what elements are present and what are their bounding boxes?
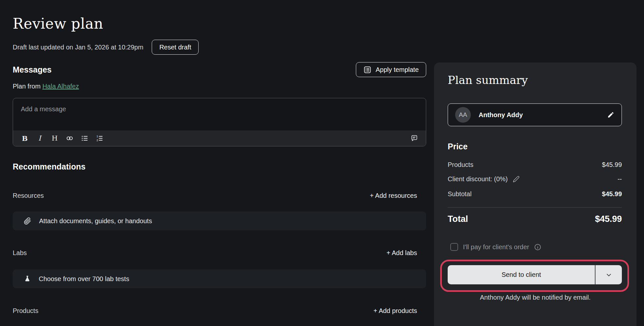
send-to-client-button[interactable]: Send to client bbox=[448, 265, 595, 284]
draft-status-row: Draft last updated on Jan 5, 2026 at 10:… bbox=[13, 40, 199, 55]
price-row-discount: Client discount: (0%) -- bbox=[448, 175, 622, 183]
plan-from-line: Plan from Hala Alhafez bbox=[13, 83, 79, 90]
italic-button[interactable]: I bbox=[33, 132, 46, 145]
svg-text:1: 1 bbox=[96, 135, 98, 138]
chevron-down-icon bbox=[605, 271, 612, 278]
pay-for-order-row: I'll pay for client's order bbox=[450, 243, 541, 251]
price-row-products: Products $45.99 bbox=[448, 161, 622, 169]
editor-toolbar: B I H bbox=[13, 130, 426, 146]
italic-icon: I bbox=[38, 134, 41, 142]
link-icon bbox=[66, 134, 74, 142]
plan-summary-heading: Plan summary bbox=[448, 74, 528, 87]
recommendations-heading: Recommendations bbox=[13, 162, 86, 171]
divider bbox=[448, 207, 622, 208]
pencil-outline-icon bbox=[513, 176, 520, 183]
heading-icon: H bbox=[52, 134, 58, 142]
subtotal-value: $45.99 bbox=[602, 190, 622, 198]
comment-button[interactable] bbox=[408, 132, 421, 145]
bullet-list-icon bbox=[81, 134, 89, 142]
draft-status-text: Draft last updated on Jan 5, 2026 at 10:… bbox=[13, 44, 143, 51]
price-row-value: $45.99 bbox=[602, 161, 622, 169]
send-options-button[interactable] bbox=[595, 265, 622, 284]
send-split-button: Send to client bbox=[448, 265, 622, 284]
discount-label: Client discount: (0%) bbox=[448, 175, 508, 183]
messages-header-row: Messages Apply template bbox=[13, 62, 426, 77]
message-input[interactable] bbox=[13, 98, 426, 130]
comment-bubble-icon bbox=[410, 134, 418, 143]
apply-template-label: Apply template bbox=[376, 66, 419, 74]
numbered-list-button[interactable]: 1 2 bbox=[93, 132, 106, 145]
info-circle-icon[interactable] bbox=[534, 243, 541, 251]
total-row: Total $45.99 bbox=[448, 214, 622, 224]
page-title: Review plan bbox=[13, 15, 103, 32]
discount-value: -- bbox=[618, 175, 622, 183]
pay-checkbox-label: I'll pay for client's order bbox=[463, 243, 529, 251]
labs-header-row: Labs + Add labs bbox=[13, 249, 426, 257]
resources-header-row: Resources + Add resources bbox=[13, 191, 426, 200]
total-label: Total bbox=[448, 214, 468, 224]
attach-resources-row[interactable]: Attach documents, guides, or handouts bbox=[13, 211, 426, 230]
plan-summary-panel: Plan summary AA Anthony Addy Price Produ… bbox=[434, 62, 637, 326]
bold-button[interactable]: B bbox=[18, 132, 31, 145]
message-editor: B I H bbox=[13, 98, 426, 146]
notify-text: Anthony Addy will be notified by email. bbox=[434, 294, 637, 301]
pencil-icon bbox=[607, 111, 614, 118]
bold-icon: B bbox=[22, 134, 28, 143]
heading-button[interactable]: H bbox=[48, 132, 61, 145]
price-row-subtotal: Subtotal $45.99 bbox=[448, 190, 622, 198]
numbered-list-icon: 1 2 bbox=[96, 134, 104, 142]
edit-discount-button[interactable] bbox=[513, 176, 520, 183]
total-value: $45.99 bbox=[595, 214, 622, 224]
avatar: AA bbox=[455, 107, 471, 123]
pay-checkbox[interactable] bbox=[450, 243, 458, 251]
reset-draft-button[interactable]: Reset draft bbox=[152, 40, 199, 55]
attach-row-text: Attach documents, guides, or handouts bbox=[39, 217, 152, 225]
products-label: Products bbox=[13, 307, 38, 315]
main-content: Review plan Draft last updated on Jan 5,… bbox=[13, 0, 426, 326]
resources-label: Resources bbox=[13, 192, 44, 199]
plan-from-prefix: Plan from bbox=[13, 83, 42, 90]
price-row-label: Products bbox=[448, 161, 473, 169]
edit-client-button[interactable] bbox=[607, 111, 614, 118]
subtotal-label: Subtotal bbox=[448, 190, 471, 198]
labs-label: Labs bbox=[13, 249, 27, 257]
svg-text:2: 2 bbox=[96, 139, 98, 142]
add-products-button[interactable]: + Add products bbox=[371, 307, 419, 315]
price-heading: Price bbox=[448, 142, 468, 151]
bullet-list-button[interactable] bbox=[78, 132, 91, 145]
practitioner-link[interactable]: Hala Alhafez bbox=[42, 83, 79, 90]
flask-icon bbox=[24, 275, 31, 282]
paperclip-icon bbox=[24, 217, 31, 225]
products-header-row: Products + Add products bbox=[13, 306, 426, 315]
client-name: Anthony Addy bbox=[479, 111, 523, 119]
template-list-icon bbox=[363, 66, 371, 74]
choose-labs-row[interactable]: Choose from over 700 lab tests bbox=[13, 269, 426, 288]
labs-row-text: Choose from over 700 lab tests bbox=[39, 275, 129, 283]
apply-template-button[interactable]: Apply template bbox=[356, 62, 426, 77]
add-resources-button[interactable]: + Add resources bbox=[368, 192, 419, 200]
link-button[interactable] bbox=[63, 132, 76, 145]
client-card: AA Anthony Addy bbox=[448, 103, 622, 126]
messages-heading: Messages bbox=[13, 65, 52, 75]
add-labs-button[interactable]: + Add labs bbox=[385, 249, 419, 257]
